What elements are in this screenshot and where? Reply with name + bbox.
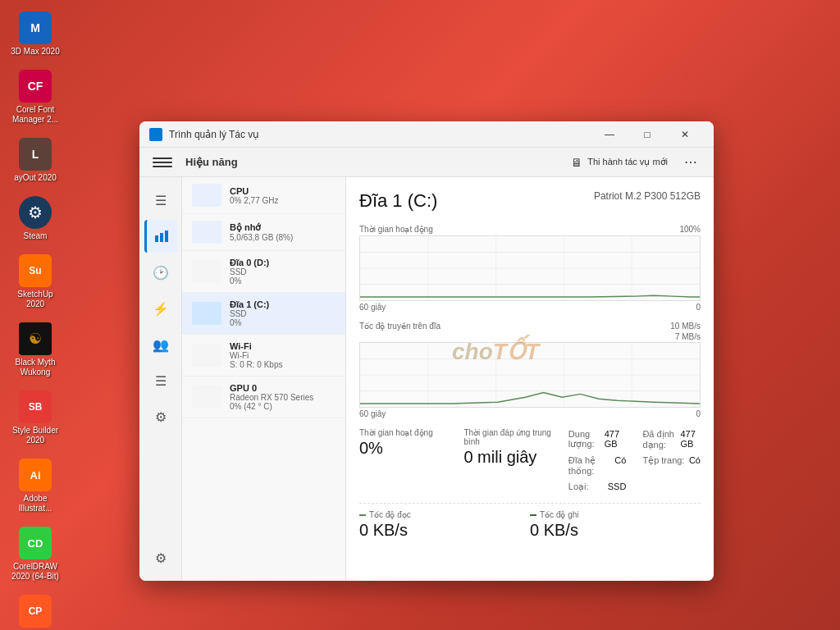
- activity-chart-section: Thời gian hoạt động 100%: [359, 225, 701, 312]
- prop-type: Loại: SSD: [568, 481, 627, 493]
- icon-label: SketchUp 2020: [10, 290, 61, 309]
- process-thumb: [192, 386, 221, 409]
- titlebar: Trình quản lý Tác vụ — □ ✕: [139, 121, 714, 148]
- read-dot: [359, 514, 366, 516]
- toolbar-title: Hiệu năng: [185, 156, 564, 168]
- maximize-button[interactable]: □: [628, 121, 666, 148]
- icon-label: CorelDRAW 2020 (64-Bit): [10, 562, 61, 582]
- process-name: Wi-Fi: [230, 341, 336, 351]
- chart-grid-svg2: [360, 343, 700, 407]
- app-icon: [149, 128, 162, 141]
- chart2-mid-label: 7 MB/s: [359, 332, 701, 341]
- sidebar-overview[interactable]: ☰: [144, 184, 177, 217]
- read-label: Tốc độ đọc: [369, 510, 411, 519]
- desktop-icon-style-builder[interactable]: SB Style Builder 2020: [7, 386, 64, 450]
- process-name: CPU: [230, 186, 336, 196]
- process-name: Đĩa 0 (D:): [230, 258, 336, 267]
- sidebar-performance[interactable]: [144, 220, 177, 253]
- process-sub: 0% 2,77 GHz: [230, 196, 336, 205]
- properties-grid: Dung lượng: 477 GB Đã định dạng: 477 GB …: [568, 428, 701, 493]
- new-task-icon: 🖥: [571, 156, 582, 169]
- desktop-icon-3dmax[interactable]: M 3D Max 2020: [7, 7, 64, 62]
- process-sub: SSD0%: [230, 267, 336, 285]
- desktop-icon-illustrator[interactable]: Ai Adobe Illustrat...: [7, 454, 64, 518]
- sidebar-details[interactable]: ☰: [144, 364, 177, 397]
- response-stat: Thời gian đáp ứng trung bình 0 mili giây: [463, 428, 551, 493]
- process-sub: Radeon RX 570 Series0% (42 ° C): [230, 393, 336, 411]
- process-item-wifi[interactable]: Wi-Fi Wi-FiS: 0 R: 0 Kbps: [182, 335, 345, 377]
- desktop: M 3D Max 2020 CF Corel Font Manager 2...…: [0, 0, 840, 630]
- process-item-memory[interactable]: Bộ nhớ 5,0/63,8 GB (8%): [182, 214, 345, 251]
- chart2-label: Tốc độ truyền trên đĩa: [359, 322, 441, 331]
- icon-label: Corel Font Manager 2...: [10, 105, 61, 125]
- icon-label: Steam: [24, 231, 48, 241]
- desktop-icon-coreldraw[interactable]: CD CorelDRAW 2020 (64-Bit): [7, 522, 64, 587]
- new-task-button[interactable]: 🖥 Thi hành tác vụ mới: [564, 153, 674, 172]
- properties-section: Dung lượng: 477 GB Đã định dạng: 477 GB …: [568, 428, 701, 493]
- toolbar: Hiệu năng 🖥 Thi hành tác vụ mới ⋯: [139, 148, 714, 177]
- svg-rect-1: [160, 233, 163, 242]
- stat2-label: Thời gian đáp ứng trung bình: [463, 428, 551, 446]
- more-options-button[interactable]: ⋯: [681, 153, 701, 172]
- process-item-gpu[interactable]: GPU 0 Radeon RX 570 Series0% (42 ° C): [182, 377, 345, 418]
- stat1-label: Thời gian hoạt động: [359, 428, 447, 437]
- desktop-icon-steam[interactable]: ⚙ Steam: [7, 191, 64, 246]
- process-sub: SSD0%: [230, 309, 336, 327]
- write-value: 0 KB/s: [530, 521, 691, 540]
- desktop-icon-blackmyth[interactable]: ☯ Black Myth Wukong: [7, 317, 64, 382]
- process-item-cpu[interactable]: CPU 0% 2,77 GHz: [182, 177, 345, 214]
- svg-rect-2: [165, 231, 168, 242]
- new-task-label: Thi hành tác vụ mới: [587, 157, 668, 167]
- sidebar-settings[interactable]: ⚙: [144, 541, 177, 574]
- stats-row: Thời gian hoạt động 0% Thời gian đáp ứng…: [359, 428, 701, 493]
- detail-title: Đĩa 1 (C:): [359, 190, 437, 212]
- process-item-disk0[interactable]: Đĩa 0 (D:) SSD0%: [182, 251, 345, 293]
- chart2-max: 10 MB/s: [670, 322, 701, 331]
- read-value: 0 KB/s: [359, 521, 520, 540]
- sidebar: ☰ 🕑 ⚡ 👥 ☰ ⚙ ⚙: [139, 177, 182, 581]
- performance-icon: [154, 229, 169, 244]
- write-label: Tốc độ ghi: [540, 510, 579, 519]
- sidebar-services[interactable]: ⚙: [144, 400, 177, 433]
- process-thumb: [192, 344, 221, 367]
- process-sub: Wi-FiS: 0 R: 0 Kbps: [230, 351, 336, 369]
- prop-pagefile: Tệp trang: Có: [642, 454, 701, 477]
- desktop-icon-sketchup[interactable]: Su SketchUp 2020: [7, 249, 64, 314]
- process-thumb: [192, 221, 221, 244]
- stat1-value: 0%: [359, 439, 447, 458]
- desktop-icon-corel-photo[interactable]: CP Corel PHOTO-PAI...: [7, 590, 64, 630]
- sidebar-history[interactable]: 🕑: [144, 256, 177, 289]
- speed-row: Tốc độ đọc 0 KB/s Tốc độ ghi 0 KB/s: [359, 503, 701, 540]
- process-thumb: [192, 302, 221, 325]
- chart1-label: Thời gian hoạt động: [359, 225, 433, 234]
- sidebar-users[interactable]: 👥: [144, 328, 177, 361]
- chart2-bottom-left: 60 giây: [359, 409, 386, 418]
- prop-formatted: Đã định dạng: 477 GB: [642, 428, 701, 451]
- process-name: GPU 0: [230, 383, 336, 393]
- transfer-chart-section: Tốc độ truyền trên đĩa 10 MB/s 7 MB/s: [359, 322, 701, 418]
- process-sub: 5,0/63,8 GB (8%): [230, 233, 336, 242]
- menu-button[interactable]: [153, 153, 172, 172]
- desktop-icons: M 3D Max 2020 CF Corel Font Manager 2...…: [0, 0, 107, 630]
- stat2-value: 0 mili giây: [463, 448, 551, 467]
- sidebar-startup[interactable]: ⚡: [144, 292, 177, 325]
- detail-panel: Đĩa 1 (C:) Patriot M.2 P300 512GB Thời g…: [346, 177, 714, 581]
- window-controls: — □ ✕: [591, 121, 704, 148]
- process-thumb: [192, 184, 221, 207]
- minimize-button[interactable]: —: [591, 121, 628, 148]
- transfer-chart: [359, 342, 701, 408]
- write-speed-block: Tốc độ ghi 0 KB/s: [530, 510, 701, 540]
- task-manager-window: Trình quản lý Tác vụ — □ ✕ Hiệu năng 🖥 T…: [139, 121, 714, 581]
- chart1-bottom-right: 0: [696, 303, 701, 312]
- icon-label: Style Builder 2020: [10, 426, 61, 445]
- write-dot: [530, 514, 536, 516]
- icon-label: Black Myth Wukong: [10, 358, 61, 377]
- detail-model: Patriot M.2 P300 512GB: [594, 190, 701, 202]
- process-thumb: [192, 260, 221, 283]
- close-button[interactable]: ✕: [666, 121, 704, 148]
- activity-chart: [359, 235, 701, 301]
- desktop-icon-layout[interactable]: L ayOut 2020: [7, 133, 64, 188]
- detail-header: Đĩa 1 (C:) Patriot M.2 P300 512GB: [359, 190, 701, 212]
- desktop-icon-corel-font[interactable]: CF Corel Font Manager 2...: [7, 65, 64, 130]
- process-item-disk1[interactable]: Đĩa 1 (C:) SSD0%: [182, 293, 345, 335]
